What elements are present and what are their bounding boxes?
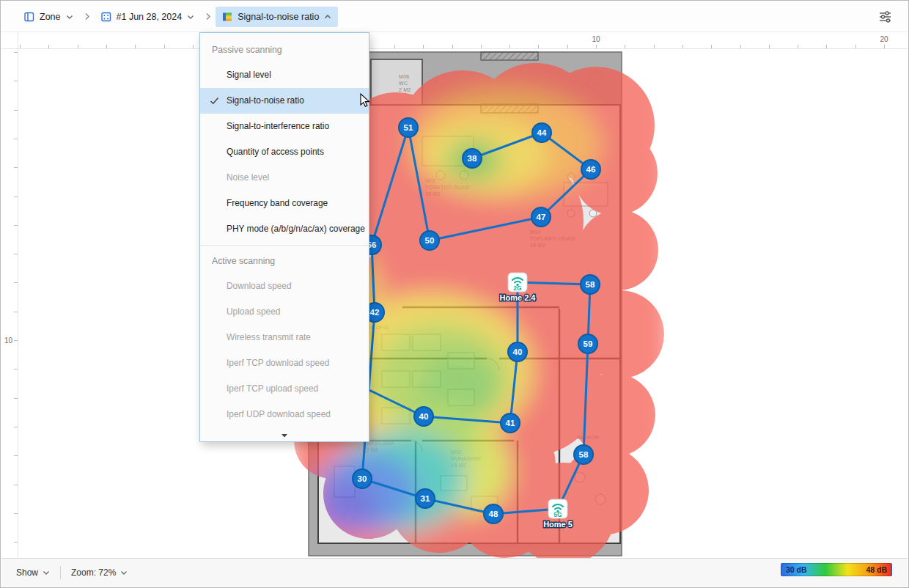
snapshot-label: #1 Jun 28, 2024 [117, 12, 183, 22]
survey-point-value: 50 [425, 236, 435, 245]
show-label: Show [16, 567, 38, 578]
visualization-selector[interactable]: Signal-to-noise ratio [216, 7, 338, 27]
snapshot-icon [101, 12, 111, 22]
menu-item-upload-speed: Upload speed [200, 299, 369, 325]
mouse-cursor [360, 93, 371, 111]
ruler-horizontal: 1020 [18, 32, 908, 49]
ruler-vertical: 10 [1, 49, 18, 558]
signal-scale-legend: 30 dB 48 dB [781, 563, 892, 576]
filters-button[interactable] [875, 7, 894, 26]
svg-text:WC: WC [399, 81, 408, 86]
survey-point[interactable]: 59 [578, 334, 597, 353]
menu-section-passive-scanning: Passive scanning [200, 37, 369, 62]
breadcrumb-chevron-icon [84, 12, 90, 21]
survey-point[interactable]: 30 [353, 469, 372, 488]
ruler-label: 10 [592, 35, 600, 43]
survey-point-value: 31 [421, 494, 430, 503]
menu-item-quantity-of-access-points[interactable]: Quantity of access points [200, 139, 369, 165]
survey-point-value: 51 [404, 123, 413, 132]
survey-point-value: 40 [419, 412, 429, 421]
zone-selector[interactable]: Zone [18, 7, 80, 27]
chevron-down-icon [120, 570, 128, 576]
visualization-label: Signal-to-noise ratio [238, 12, 319, 22]
survey-point[interactable]: 44 [532, 123, 551, 142]
survey-map[interactable]: M06WC2 M2M05YÖNETİCİ ODASI35 M2M04TOPLAN… [18, 49, 908, 558]
survey-point-value: 42 [370, 308, 380, 317]
visualization-menu: Passive scanningSignal levelSignal-to-no… [199, 32, 369, 442]
survey-point-value: 30 [358, 474, 367, 483]
menu-item-frequency-band-coverage[interactable]: Frequency band coverage [200, 191, 369, 216]
zoom-dropdown[interactable]: Zoom: 72% [64, 559, 135, 587]
svg-text:2 M2: 2 M2 [399, 87, 411, 92]
survey-point-value: 58 [586, 280, 595, 289]
survey-point[interactable]: 41 [501, 414, 520, 433]
menu-item-signal-to-interference-ratio[interactable]: Signal-to-interference ratio [200, 114, 369, 139]
sliders-icon [878, 10, 892, 23]
survey-point-value: 46 [586, 165, 596, 174]
legend-max-label: 48 dB [866, 565, 887, 574]
ap-name-label: Home 2.4 [500, 293, 537, 302]
zoom-label: Zoom: 72% [71, 567, 116, 578]
chevron-down-icon [187, 14, 194, 20]
zone-label: Zone [40, 12, 61, 22]
menu-item-download-speed: Download speed [200, 273, 369, 299]
svg-text:M06: M06 [399, 74, 410, 79]
breadcrumb-chevron-icon [205, 12, 211, 21]
ruler-label: 20 [880, 35, 888, 43]
legend-min-label: 30 dB [786, 565, 807, 574]
survey-point[interactable]: 31 [416, 489, 435, 508]
ap-name-label: Home 5 [543, 520, 573, 529]
survey-point-value: 48 [489, 510, 498, 518]
survey-point[interactable]: 58 [574, 445, 593, 464]
chevron-down-icon [43, 570, 50, 576]
chevron-up-icon [324, 14, 331, 20]
menu-divider [200, 245, 369, 246]
heatmap-gradient-icon [222, 12, 232, 22]
survey-point[interactable]: 38 [463, 149, 482, 168]
menu-item-wireless-transmit-rate: Wireless transmit rate [200, 325, 369, 350]
survey-point-value: 40 [513, 348, 523, 356]
status-bar: Show Zoom: 72% 30 dB 48 dB [1, 558, 908, 587]
app-window: Zone #1 Jun 28, 2024 [0, 0, 909, 588]
toolbar: Zone #1 Jun 28, 2024 [1, 1, 908, 32]
show-dropdown[interactable]: Show [9, 559, 57, 587]
menu-item-signal-level[interactable]: Signal level [200, 62, 369, 88]
ruler-label: 10 [4, 337, 12, 345]
menu-item-iperf-udp-download-speed: Iperf UDP download speed [200, 402, 369, 427]
ap-band-label: 5G [553, 511, 562, 518]
survey-point[interactable]: 46 [581, 160, 600, 179]
map-canvas[interactable]: M06WC2 M2M05YÖNETİCİ ODASI35 M2M04TOPLAN… [18, 49, 908, 558]
chevron-down-icon [66, 14, 73, 20]
survey-point-value: 38 [468, 154, 477, 163]
menu-item-signal-to-noise-ratio[interactable]: Signal-to-noise ratio [200, 88, 369, 114]
survey-point-value: 44 [537, 128, 547, 137]
survey-point[interactable]: 58 [581, 275, 600, 294]
survey-point[interactable]: 40 [414, 407, 433, 426]
menu-item-iperf-tcp-download-speed: Iperf TCP download speed [200, 350, 369, 376]
survey-point-value: 58 [579, 450, 589, 459]
survey-point[interactable]: 50 [420, 231, 439, 250]
menu-scroll-down-button[interactable] [200, 427, 369, 442]
survey-point[interactable]: 40 [508, 342, 527, 361]
survey-point-value: 47 [537, 213, 546, 221]
menu-item-iperf-tcp-upload-speed: Iperf TCP upload speed [200, 376, 369, 402]
statusbar-divider [60, 566, 61, 579]
survey-point[interactable]: 47 [531, 207, 551, 227]
survey-point[interactable]: 48 [484, 504, 503, 523]
menu-section-active-scanning: Active scanning [200, 249, 369, 273]
check-icon [210, 97, 219, 105]
survey-point-value: 41 [506, 419, 515, 427]
scroll-down-arrow-icon [281, 433, 288, 438]
snapshot-selector[interactable]: #1 Jun 28, 2024 [95, 7, 202, 27]
survey-point-value: 59 [584, 339, 593, 348]
menu-item-phy-mode-a-b-g-n-ac-ax-coverage[interactable]: PHY mode (a/b/g/n/ac/ax) coverage [200, 216, 369, 242]
ap-band-label: 2G [513, 284, 522, 292]
menu-item-noise-level: Noise level [200, 165, 369, 191]
survey-point[interactable]: 51 [399, 118, 418, 137]
zone-icon [24, 12, 34, 22]
ruler-corner [1, 32, 18, 49]
